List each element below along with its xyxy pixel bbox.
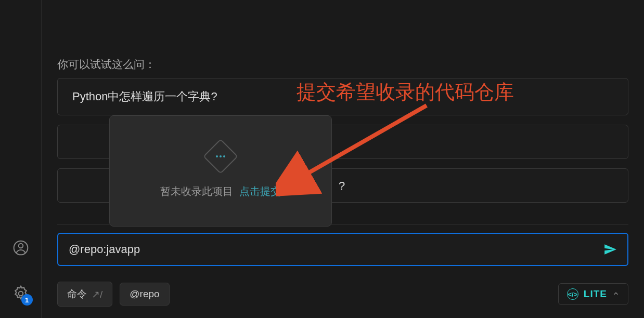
command-chip[interactable]: 命令 ↗/ (57, 282, 112, 307)
settings-gear-icon[interactable]: 1 (12, 285, 30, 302)
suggestion-header: 你可以试试这么问： (57, 57, 156, 72)
bottom-toolbar: 命令 ↗/ @repo </> LITE (57, 282, 628, 307)
notification-badge: 1 (21, 294, 33, 306)
suggestion-text-fragment: ? (339, 179, 345, 193)
send-icon[interactable] (603, 243, 617, 256)
chat-input[interactable] (69, 243, 603, 256)
main-panel: 你可以试试这么问： Python中怎样遍历一个字典? ? 暂未收录此项目 点击提… (42, 0, 644, 318)
chevron-up-icon (612, 290, 620, 299)
annotation-text: 提交希望收录的代码仓库 (297, 79, 514, 105)
submit-link[interactable]: 点击提交 (239, 186, 281, 197)
code-mode-icon: </> (567, 288, 578, 300)
svg-point-2 (18, 292, 23, 296)
user-icon[interactable] (12, 239, 30, 257)
not-indexed-popup: 暂未收录此项目 点击提交 (109, 115, 332, 227)
popup-message-text: 暂未收录此项目 (160, 186, 233, 197)
command-label: 命令 (67, 287, 87, 301)
svg-point-1 (18, 244, 23, 248)
chat-input-container[interactable] (57, 233, 628, 266)
mode-selector[interactable]: </> LITE (558, 283, 628, 305)
mode-label: LITE (584, 288, 607, 300)
repo-chip[interactable]: @repo (120, 283, 169, 306)
popup-message: 暂未收录此项目 点击提交 (160, 184, 281, 198)
slash-indicator: ↗/ (92, 288, 102, 300)
activity-sidebar: 1 (0, 0, 42, 318)
repo-diamond-icon (203, 139, 238, 174)
